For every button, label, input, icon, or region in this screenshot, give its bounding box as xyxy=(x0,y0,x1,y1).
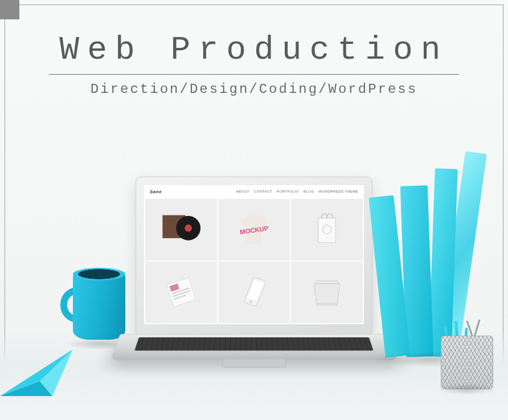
headline-block: Web Production Direction/Design/Coding/W… xyxy=(0,31,508,97)
svg-rect-9 xyxy=(167,278,196,307)
nav-item: PORTFOLIO xyxy=(277,190,299,193)
nav-item: WORDPRESS THEME xyxy=(319,190,358,193)
portfolio-tile xyxy=(291,199,363,260)
site-logo: Sane xyxy=(150,189,162,194)
laptop-base xyxy=(120,334,388,384)
headline-title: Web Production xyxy=(59,31,448,72)
coffee-mug-prop xyxy=(60,268,129,343)
laptop-screen-bezel: Sane ABOUT CONTACT PORTFOLIO BLOG WORDPR… xyxy=(136,177,372,335)
portfolio-tile: MOCKUP xyxy=(218,199,290,260)
headline-rule xyxy=(49,74,459,75)
corner-accent xyxy=(0,0,19,19)
portfolio-grid: MOCKUP xyxy=(144,198,364,324)
portfolio-tile xyxy=(291,262,363,323)
portfolio-tile xyxy=(218,262,290,323)
laptop-prop: Sane ABOUT CONTACT PORTFOLIO BLOG WORDPR… xyxy=(136,177,372,384)
site-nav: ABOUT CONTACT PORTFOLIO BLOG WORDPRESS T… xyxy=(236,190,358,193)
nav-item: ABOUT xyxy=(236,190,249,193)
nav-item: CONTACT xyxy=(254,190,272,193)
svg-rect-7 xyxy=(318,218,335,243)
portfolio-tile xyxy=(145,199,217,260)
paper-plane-prop xyxy=(0,341,91,398)
portfolio-website: Sane ABOUT CONTACT PORTFOLIO BLOG WORDPR… xyxy=(144,185,364,324)
headline-subtitle: Direction/Design/Coding/WordPress xyxy=(0,81,508,97)
portfolio-tile xyxy=(145,262,217,323)
svg-point-5 xyxy=(185,225,192,232)
site-header: Sane ABOUT CONTACT PORTFOLIO BLOG WORDPR… xyxy=(144,185,364,198)
pen-holder-prop xyxy=(441,327,493,389)
nav-item: BLOG xyxy=(304,190,314,193)
